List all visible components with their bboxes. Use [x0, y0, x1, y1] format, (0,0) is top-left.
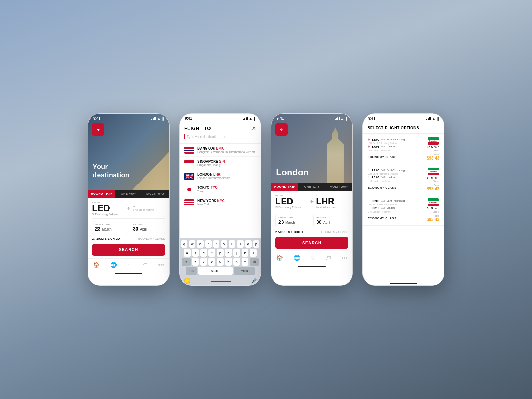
tab-one-way[interactable]: ONE WAY [115, 190, 142, 198]
key-m[interactable]: m [242, 258, 248, 266]
key-o[interactable]: o [245, 240, 252, 248]
flight-leg-dep: ✈ 16:00 SAT Saint-Petersburg [368, 138, 405, 141]
dest-text-singapore: SINGAPORE SIN Singapore Changi [197, 160, 225, 167]
dep-time: 08:00 [372, 199, 379, 203]
departure-field[interactable]: DEPARTURE 23 March [92, 221, 127, 234]
nav-heart-icon[interactable]: ♡ [311, 255, 316, 261]
pax-info[interactable]: 2 ADULTS 1 CHILD [275, 230, 303, 234]
key-x[interactable]: x [200, 258, 207, 266]
dep-day: SAT [381, 200, 385, 202]
key-y[interactable]: y [221, 240, 227, 248]
dep-city: Saint-Petersburg [387, 138, 405, 141]
close-button[interactable]: ✕ [252, 125, 256, 132]
departure-field[interactable]: DEPARTURE 23 March [275, 214, 310, 227]
key-u[interactable]: u [229, 240, 235, 248]
dep-city: Saint-Petersburg [387, 200, 405, 202]
nav-home-icon[interactable]: 🏠 [276, 255, 283, 261]
tab-one-way[interactable]: ONE WAY [298, 183, 326, 191]
return-field[interactable]: RETURN 30 April [313, 214, 348, 227]
flight-card-1[interactable]: ✈ 16:00 SAT Saint-Petersburg LED Saint-P… [363, 134, 444, 164]
key-delete[interactable]: ⌫ [250, 258, 259, 266]
flight-card-3[interactable]: ✈ 08:00 SAT Saint-Petersburg LED Saint-P… [363, 195, 444, 226]
key-space[interactable]: space [198, 267, 233, 275]
key-c[interactable]: c [208, 258, 215, 266]
tab-multi-way[interactable]: MULTI WAY [142, 190, 169, 198]
tab-round-trip[interactable]: ROUND TRIP [271, 183, 298, 191]
mic-icon[interactable]: 🎤 [251, 278, 257, 284]
tab-multi-way[interactable]: MULTI WAY [325, 183, 352, 191]
key-b[interactable]: b [225, 258, 232, 266]
class-info[interactable]: ECONOMY CLASS [321, 230, 348, 234]
nav-home-icon[interactable]: 🏠 [93, 262, 100, 268]
key-t[interactable]: t [213, 240, 219, 248]
dest-item-tokyo[interactable]: TOKYO TYO Tokyo [180, 183, 261, 196]
back-button[interactable]: ← [434, 125, 439, 131]
search-button[interactable]: SEARCH [275, 237, 348, 249]
nav-globe-icon[interactable]: 🌐 [110, 262, 117, 268]
key-a[interactable]: a [184, 249, 191, 257]
key-return[interactable]: return [234, 267, 255, 275]
tab-round-trip[interactable]: ROUND TRIP [88, 190, 115, 198]
search-input-row[interactable]: Type your destination here [184, 134, 256, 141]
emoji-icon[interactable]: 🙂 [184, 277, 191, 284]
pax-info[interactable]: 2 ADULTS 1 CHILD [92, 237, 120, 241]
flight-legs: ✈ 17:00 SAT Saint-Petersburg LED Saint-P… [368, 168, 405, 182]
key-r[interactable]: r [205, 240, 212, 248]
emirates-logo-card: Emirates [428, 137, 439, 145]
dest-text-london: LONDON LHR London Heathrow Airport [197, 173, 230, 180]
key-w[interactable]: w [189, 240, 195, 248]
nav-heart-icon[interactable]: ♡ [127, 262, 132, 268]
hero-banner: 9:41 ▲ ▐ ✈ London [271, 114, 352, 183]
key-h[interactable]: h [225, 249, 232, 257]
flight-class: ECONOMY CLASS [368, 155, 396, 159]
status-time: 9:41 [93, 116, 100, 120]
trip-type-tabs: ROUND TRIP ONE WAY MULTI WAY [88, 190, 169, 198]
dest-name-row: LONDON LHR [197, 173, 230, 176]
key-d[interactable]: d [200, 249, 207, 257]
dest-item-london[interactable]: LONDON LHR London Heathrow Airport [180, 170, 261, 183]
dest-item-newyork[interactable]: NEW YORK NYC New York [180, 196, 261, 209]
nav-globe-icon[interactable]: 🌐 [294, 255, 300, 261]
duration-block: 3h 5 min Direct [427, 145, 439, 152]
home-indicator [211, 281, 231, 282]
key-n[interactable]: n [233, 258, 240, 266]
from-label: From [427, 215, 439, 217]
search-button[interactable]: SEARCH [92, 244, 165, 256]
dest-item-bangkok[interactable]: BANGKOK BKK Bangkok Suvarnabhumi Interna… [180, 144, 261, 157]
from-code: LED [92, 204, 124, 213]
arr-time: 18:05 [372, 176, 379, 179]
flight-card-2[interactable]: ✈ 17:00 SAT Saint-Petersburg LED Saint-P… [363, 164, 444, 195]
key-e[interactable]: e [197, 240, 203, 248]
key-q[interactable]: q [181, 240, 187, 248]
nav-more-icon[interactable]: ••• [341, 255, 347, 261]
nav-tag-icon[interactable]: 🏷 [326, 255, 331, 261]
key-s[interactable]: s [192, 249, 199, 257]
key-z[interactable]: z [192, 258, 199, 266]
class-info[interactable]: ECONOMY CLASS [138, 237, 165, 241]
nav-more-icon[interactable]: ••• [158, 262, 164, 268]
key-numbers[interactable]: 123 [186, 267, 197, 275]
emirates-logo: ✈ [275, 123, 288, 136]
dest-item-singapore[interactable]: SINGAPORE SIN Singapore Changi [180, 157, 261, 170]
home-indicator [390, 283, 417, 284]
arrival-plane-icon: ✈ [368, 145, 370, 149]
key-j[interactable]: j [233, 249, 240, 257]
return-label: RETURN [133, 223, 162, 226]
return-field[interactable]: RETURN 30 April [130, 221, 165, 234]
key-shift[interactable]: ⇧ [182, 258, 191, 266]
to-field[interactable]: TO Add destination [133, 205, 165, 212]
nav-tag-icon[interactable]: 🏷 [142, 262, 148, 268]
flight-leg-dep: ✈ 08:00 SAT Saint-Petersburg [368, 199, 405, 203]
key-f[interactable]: f [208, 249, 215, 257]
key-g[interactable]: g [217, 249, 224, 257]
wifi-icon: ▲ [157, 117, 161, 120]
key-v[interactable]: v [217, 258, 224, 266]
key-k[interactable]: k [242, 249, 248, 257]
key-i[interactable]: i [237, 240, 243, 248]
dest-airport: London Heathrow Airport [197, 176, 230, 180]
dest-name-row: BANGKOK BKK [197, 146, 255, 150]
flight-leg-arr: ✈ 17:05 SAT London [368, 145, 405, 149]
key-p[interactable]: p [253, 240, 259, 248]
key-l[interactable]: l [250, 249, 257, 257]
dep-day: SAT [381, 169, 385, 171]
